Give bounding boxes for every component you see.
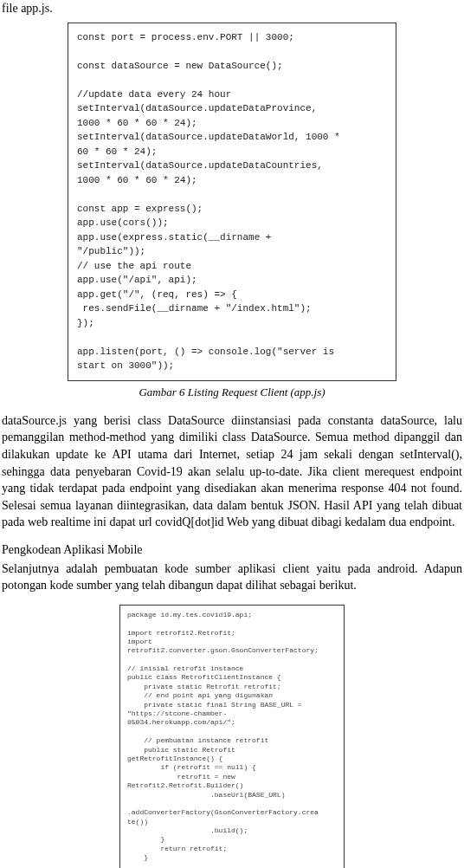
code-listing-2: package id.my.tes.covid19.api; import re… bbox=[119, 605, 345, 868]
body-paragraph-2: Selanjutnya adalah pembuatan kode sumber… bbox=[2, 560, 462, 594]
body-paragraph-1: dataSource.js yang berisi class DataSour… bbox=[2, 412, 462, 531]
intro-text: file app.js. bbox=[0, 0, 464, 17]
subheading-mobile: Pengkodean Aplikasi Mobile bbox=[2, 541, 462, 559]
figure6-caption: Gambar 6 Listing Request Client (app.js) bbox=[0, 385, 464, 400]
code-listing-1: const port = process.env.PORT || 3000; c… bbox=[68, 23, 396, 381]
